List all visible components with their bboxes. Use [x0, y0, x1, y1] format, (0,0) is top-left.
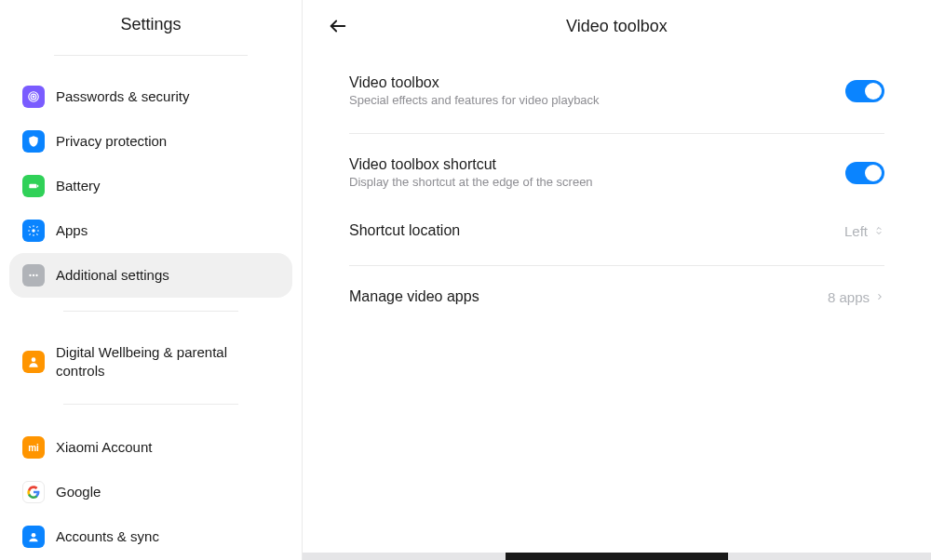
- row-title: Manage video apps: [349, 288, 813, 305]
- account-icon: [22, 526, 45, 548]
- sidebar-item-xiaomi-account[interactable]: mi Xiaomi Account: [9, 425, 292, 470]
- sidebar-item-privacy-protection[interactable]: Privacy protection: [9, 119, 292, 164]
- row-manage-video-apps[interactable]: Manage video apps 8 apps: [349, 272, 884, 322]
- svg-point-10: [32, 533, 36, 538]
- svg-point-1: [31, 94, 36, 100]
- back-button[interactable]: [325, 13, 351, 39]
- svg-rect-3: [29, 184, 36, 189]
- main-header: Video toolbox: [303, 9, 931, 58]
- sidebar-item-label: Digital Wellbeing & parental controls: [56, 343, 279, 380]
- row-text: Shortcut location: [349, 222, 844, 239]
- sidebar-list: Passwords & security Privacy protection …: [0, 74, 302, 559]
- sidebar-item-battery[interactable]: Battery: [9, 164, 292, 208]
- mi-logo-icon: mi: [22, 436, 45, 459]
- sidebar-item-label: Google: [56, 483, 101, 501]
- svg-point-5: [32, 229, 35, 233]
- svg-point-8: [35, 274, 37, 276]
- main-panel: Video toolbox Video toolbox Special effe…: [303, 0, 931, 560]
- bottom-scroll-indicator: [303, 553, 931, 560]
- manage-apps-count: 8 apps: [828, 289, 870, 305]
- svg-point-6: [29, 274, 31, 276]
- battery-icon: [22, 175, 45, 197]
- arrow-left-icon: [328, 16, 348, 36]
- row-text: Video toolbox Special effects and featur…: [349, 74, 845, 107]
- sidebar-item-digital-wellbeing[interactable]: Digital Wellbeing & parental controls: [9, 332, 292, 391]
- sidebar-item-passwords-security[interactable]: Passwords & security: [9, 74, 292, 119]
- svg-point-2: [33, 96, 34, 98]
- sidebar-separator: [63, 311, 238, 312]
- row-shortcut-location[interactable]: Shortcut location Left: [349, 206, 884, 256]
- shortcut-location-value: Left: [844, 223, 868, 239]
- row-video-toolbox-shortcut[interactable]: Video toolbox shortcut Display the short…: [349, 140, 884, 206]
- row-subtitle: Special effects and features for video p…: [349, 93, 830, 107]
- sidebar-item-label: Xiaomi Account: [56, 438, 152, 457]
- fingerprint-icon: [22, 86, 45, 108]
- toggle-video-toolbox[interactable]: [845, 80, 884, 102]
- row-video-toolbox[interactable]: Video toolbox Special effects and featur…: [349, 58, 884, 124]
- settings-sidebar: Settings Passwords & security Privacy pr…: [0, 0, 303, 560]
- toggle-shortcut[interactable]: [845, 162, 884, 184]
- sidebar-title: Settings: [0, 9, 302, 55]
- row-title: Video toolbox: [349, 74, 830, 91]
- sidebar-item-apps[interactable]: Apps: [9, 208, 292, 253]
- google-logo-icon: [22, 481, 45, 503]
- sidebar-item-label: Battery: [56, 177, 101, 195]
- sidebar-item-label: Apps: [56, 221, 88, 240]
- person-icon: [22, 351, 45, 373]
- sidebar-item-label: Passwords & security: [56, 87, 189, 106]
- row-value: Left: [844, 223, 884, 239]
- row-title: Video toolbox shortcut: [349, 156, 830, 173]
- sidebar-item-google[interactable]: Google: [9, 470, 292, 514]
- sidebar-item-label: Accounts & sync: [56, 527, 159, 546]
- gear-icon: [22, 220, 45, 242]
- svg-rect-4: [37, 185, 38, 187]
- svg-point-0: [29, 92, 39, 102]
- row-subtitle: Display the shortcut at the edge of the …: [349, 175, 830, 189]
- page-title: Video toolbox: [351, 17, 883, 36]
- sidebar-item-accounts-sync[interactable]: Accounts & sync: [9, 514, 292, 559]
- row-title: Shortcut location: [349, 222, 830, 239]
- row-text: Manage video apps: [349, 288, 828, 305]
- shield-icon: [22, 130, 45, 153]
- sidebar-item-label: Additional settings: [56, 266, 169, 285]
- section-separator: [349, 265, 884, 266]
- sort-icon: [873, 224, 884, 237]
- dots-icon: [22, 264, 45, 287]
- svg-point-9: [32, 357, 36, 362]
- chevron-right-icon: [875, 290, 884, 303]
- row-value: 8 apps: [828, 289, 884, 305]
- content-area: Video toolbox Special effects and featur…: [303, 58, 931, 322]
- sidebar-item-additional-settings[interactable]: Additional settings: [9, 253, 292, 298]
- section-separator: [349, 133, 884, 134]
- sidebar-separator: [63, 404, 238, 405]
- row-text: Video toolbox shortcut Display the short…: [349, 156, 845, 189]
- svg-point-7: [33, 274, 34, 276]
- sidebar-divider: [54, 55, 248, 56]
- sidebar-item-label: Privacy protection: [56, 132, 167, 151]
